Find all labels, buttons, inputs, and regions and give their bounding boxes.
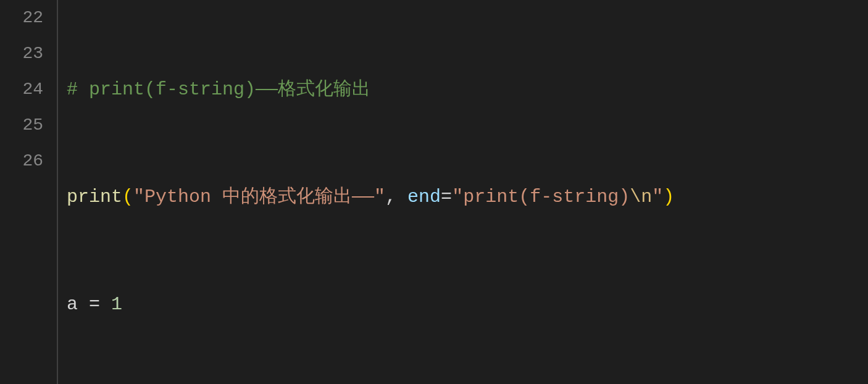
line-number: 26 [0,143,43,179]
code-line[interactable]: # print(f-string)——格式化输出 [67,72,868,107]
code-line[interactable]: print("Python 中的格式化输出——", end="print(f-s… [67,179,868,215]
punct-token: , [385,186,407,207]
keyword-arg-token: end [407,186,441,207]
string-token: " [652,186,663,207]
line-number: 23 [0,36,43,72]
line-number: 25 [0,107,43,143]
function-token: print [67,186,122,207]
line-number: 24 [0,72,43,107]
paren-token: ) [663,186,674,207]
number-token: 1 [111,294,122,315]
variable-token: a [67,294,78,315]
escape-token: \n [630,186,652,207]
comment-token: # print(f-string)——格式化输出 [67,79,370,100]
string-token: "print(f-string) [452,186,630,207]
line-number-gutter: 22 23 24 25 26 [0,0,57,384]
code-area[interactable]: # print(f-string)——格式化输出 print("Python 中… [58,0,868,384]
code-editor[interactable]: 22 23 24 25 26 # print(f-string)——格式化输出 … [0,0,868,384]
code-line[interactable]: a = 1 [67,286,868,322]
punct-token: = [78,294,111,315]
string-token: "Python 中的格式化输出——" [133,186,385,207]
paren-token: ( [122,186,133,207]
line-number: 22 [0,0,43,36]
punct-token: = [441,186,452,207]
